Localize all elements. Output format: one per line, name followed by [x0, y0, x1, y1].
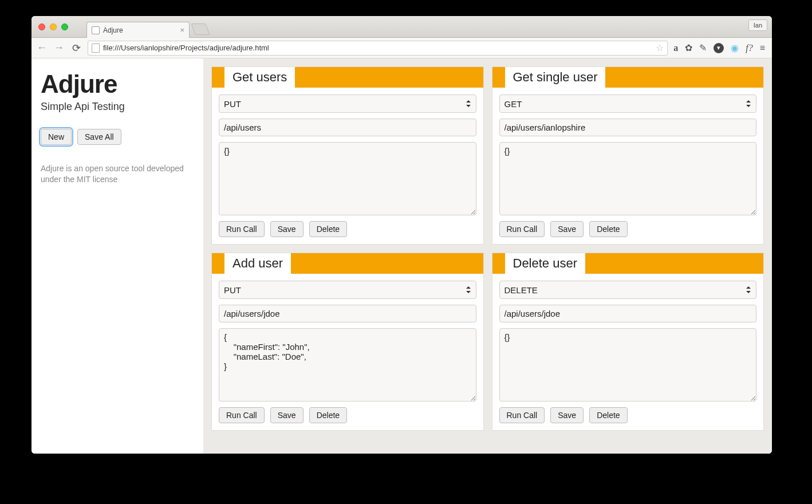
extension-icons: a ✿ ✎ ▾ ◉ f? ≡ — [673, 42, 767, 53]
card-body: GETPOSTPUTPATCHDELETE {} Run Call Save D… — [492, 274, 764, 430]
delete-button[interactable]: Delete — [309, 407, 347, 423]
card-title: Delete user — [505, 253, 586, 274]
app-subtitle: Simple Api Testing — [41, 101, 194, 113]
body-textarea[interactable]: {} — [219, 142, 476, 215]
body-textarea[interactable]: { "nameFirst": "John", "nameLast": "Doe"… — [219, 328, 476, 401]
api-card: Add user GETPOSTPUTPATCHDELETE { "nameFi… — [211, 253, 484, 431]
run-call-button[interactable]: Run Call — [499, 221, 545, 237]
method-select[interactable]: GETPOSTPUTPATCHDELETE — [499, 94, 757, 113]
card-body: GETPOSTPUTPATCHDELETE {} Run Call Save D… — [212, 88, 483, 244]
card-title: Get users — [224, 67, 295, 88]
page-content: Adjure Simple Api Testing New Save All A… — [31, 58, 772, 454]
run-call-button[interactable]: Run Call — [219, 407, 265, 423]
new-tab-button[interactable] — [191, 23, 210, 35]
profile-button[interactable]: Ian — [748, 19, 767, 31]
url-text: file:///Users/ianlopshire/Projects/adjur… — [103, 44, 269, 52]
card-title: Get single user — [505, 67, 606, 88]
body-textarea[interactable]: {} — [499, 142, 757, 215]
method-select[interactable]: GETPOSTPUTPATCHDELETE — [499, 281, 757, 299]
run-call-button[interactable]: Run Call — [219, 221, 265, 237]
path-input[interactable] — [219, 119, 476, 136]
method-select-wrap: GETPOSTPUTPATCHDELETE — [499, 94, 757, 113]
window-controls — [31, 23, 75, 30]
run-call-button[interactable]: Run Call — [499, 407, 545, 423]
card-header: Get users — [212, 67, 483, 88]
card-title: Add user — [224, 253, 291, 274]
card-actions: Run Call Save Delete — [499, 221, 757, 237]
save-button[interactable]: Save — [270, 221, 303, 237]
eyedropper-icon[interactable]: ✎ — [699, 42, 707, 53]
delete-button[interactable]: Delete — [309, 221, 347, 237]
api-card: Delete user GETPOSTPUTPATCHDELETE {} Run… — [492, 253, 764, 431]
path-input[interactable] — [499, 119, 757, 136]
new-button[interactable]: New — [41, 129, 72, 145]
sidebar-note: Adjure is an open source tool developed … — [41, 163, 194, 185]
path-input[interactable] — [219, 305, 476, 322]
sidebar: Adjure Simple Api Testing New Save All A… — [31, 58, 203, 454]
close-tab-icon[interactable]: × — [180, 26, 184, 34]
card-header: Add user — [212, 253, 483, 274]
card-actions: Run Call Save Delete — [499, 407, 757, 423]
api-card: Get users GETPOSTPUTPATCHDELETE {} Run C… — [211, 66, 484, 245]
save-button[interactable]: Save — [550, 407, 584, 423]
maximize-window-icon[interactable] — [61, 23, 68, 30]
cards-grid: Get users GETPOSTPUTPATCHDELETE {} Run C… — [211, 66, 764, 431]
card-body: GETPOSTPUTPATCHDELETE { "nameFirst": "Jo… — [212, 274, 483, 430]
card-actions: Run Call Save Delete — [219, 407, 476, 423]
method-select-wrap: GETPOSTPUTPATCHDELETE — [499, 281, 757, 299]
reload-icon[interactable]: ⟳ — [70, 42, 82, 54]
method-select-wrap: GETPOSTPUTPATCHDELETE — [219, 281, 476, 299]
card-actions: Run Call Save Delete — [219, 221, 476, 237]
main-area: Get users GETPOSTPUTPATCHDELETE {} Run C… — [203, 58, 772, 454]
body-textarea[interactable]: {} — [499, 328, 757, 401]
tab-title: Adjure — [103, 26, 123, 34]
browser-tabs: Adjure × — [86, 16, 208, 37]
fontface-icon[interactable]: f? — [746, 43, 752, 53]
minimize-window-icon[interactable] — [50, 23, 57, 30]
file-icon — [92, 26, 100, 34]
window-titlebar: Adjure × Ian — [31, 16, 772, 38]
back-icon[interactable]: ← — [36, 42, 48, 54]
browser-window: Adjure × Ian ← → ⟳ file:///Users/ianlops… — [31, 16, 772, 454]
method-select[interactable]: GETPOSTPUTPATCHDELETE — [219, 94, 476, 113]
bookmark-star-icon[interactable]: ☆ — [656, 42, 664, 53]
api-card: Get single user GETPOSTPUTPATCHDELETE {}… — [492, 66, 764, 245]
page-file-icon — [92, 44, 100, 53]
method-select-wrap: GETPOSTPUTPATCHDELETE — [219, 94, 476, 113]
app-title: Adjure — [41, 70, 194, 99]
sidebar-actions: New Save All — [41, 129, 194, 145]
forward-icon[interactable]: → — [53, 42, 65, 54]
browser-tab[interactable]: Adjure × — [86, 22, 190, 38]
address-bar[interactable]: file:///Users/ianlopshire/Projects/adjur… — [88, 41, 668, 56]
hamburger-menu-icon[interactable]: ≡ — [760, 43, 765, 53]
save-button[interactable]: Save — [550, 221, 584, 237]
path-input[interactable] — [499, 305, 757, 322]
card-header: Get single user — [492, 67, 764, 88]
close-window-icon[interactable] — [38, 23, 45, 30]
method-select[interactable]: GETPOSTPUTPATCHDELETE — [219, 281, 476, 299]
gear-icon[interactable]: ✿ — [685, 42, 692, 53]
save-all-button[interactable]: Save All — [77, 129, 121, 145]
browser-toolbar: ← → ⟳ file:///Users/ianlopshire/Projects… — [31, 38, 772, 58]
camera-icon[interactable]: ◉ — [731, 42, 739, 53]
pocket-icon[interactable]: ▾ — [714, 43, 724, 53]
amazon-icon[interactable]: a — [673, 43, 678, 53]
save-button[interactable]: Save — [270, 407, 303, 423]
card-header: Delete user — [492, 253, 764, 274]
card-body: GETPOSTPUTPATCHDELETE {} Run Call Save D… — [492, 88, 764, 244]
delete-button[interactable]: Delete — [589, 407, 627, 423]
delete-button[interactable]: Delete — [589, 221, 627, 237]
